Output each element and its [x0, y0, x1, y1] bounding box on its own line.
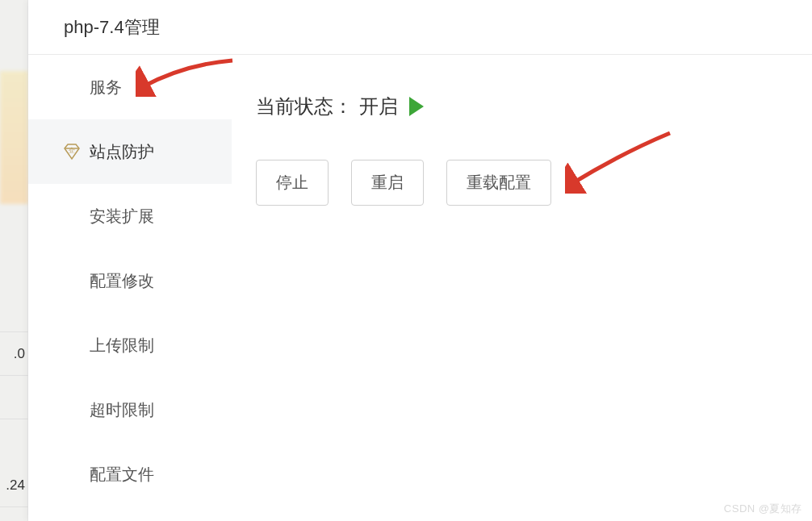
nav-item-timeout-limit[interactable]: 超时限制: [28, 377, 232, 442]
bg-row-1: [0, 289, 28, 332]
nav-item-upload-limit[interactable]: 上传限制: [28, 313, 232, 377]
nav-label: 配置文件: [90, 464, 154, 486]
nav-label: 安装扩展: [90, 206, 154, 227]
nav-item-service[interactable]: 服务: [28, 55, 232, 119]
nav-label: 站点防护: [90, 141, 154, 163]
bg-row-value-2: .24: [0, 464, 28, 507]
sidebar-nav: 服务 企 站点防护 安装扩展 配置修改 上传限制 超时限制: [28, 55, 232, 521]
nav-label: 服务: [90, 77, 122, 98]
bg-row-value-1: .0: [0, 332, 28, 376]
svg-text:企: 企: [69, 147, 75, 154]
restart-button[interactable]: 重启: [351, 160, 424, 206]
modal-title: php-7.4管理: [64, 15, 160, 40]
nav-item-site-protect[interactable]: 企 站点防护: [28, 119, 232, 184]
nav-item-config-file[interactable]: 配置文件: [28, 442, 232, 506]
diamond-icon: 企: [62, 142, 82, 161]
modal-header: php-7.4管理: [28, 0, 812, 55]
watermark: CSDN @夏知存: [724, 502, 802, 516]
nav-item-install-ext[interactable]: 安装扩展: [28, 184, 232, 248]
bg-row-3: [0, 376, 28, 419]
status-row: 当前状态： 开启: [256, 94, 812, 119]
stop-button[interactable]: 停止: [256, 160, 329, 206]
nav-label: 超时限制: [90, 399, 154, 421]
play-icon: [409, 97, 424, 116]
button-row: 停止 重启 重载配置: [256, 160, 812, 206]
background-sidebar: .0 .24: [0, 0, 28, 521]
status-value: 开启: [359, 94, 398, 119]
nav-label: 上传限制: [90, 335, 154, 356]
modal-body: 服务 企 站点防护 安装扩展 配置修改 上传限制 超时限制: [28, 55, 812, 521]
background-blur: [0, 71, 28, 204]
nav-label: 配置修改: [90, 270, 154, 292]
php-manager-modal: php-7.4管理 服务 企 站点防护 安装扩展 配置修改 上传限制: [28, 0, 812, 521]
status-label: 当前状态：: [256, 94, 353, 119]
nav-item-config-edit[interactable]: 配置修改: [28, 248, 232, 313]
content-panel: 当前状态： 开启 停止 重启 重载配置: [232, 55, 812, 521]
reload-config-button[interactable]: 重载配置: [446, 160, 551, 206]
